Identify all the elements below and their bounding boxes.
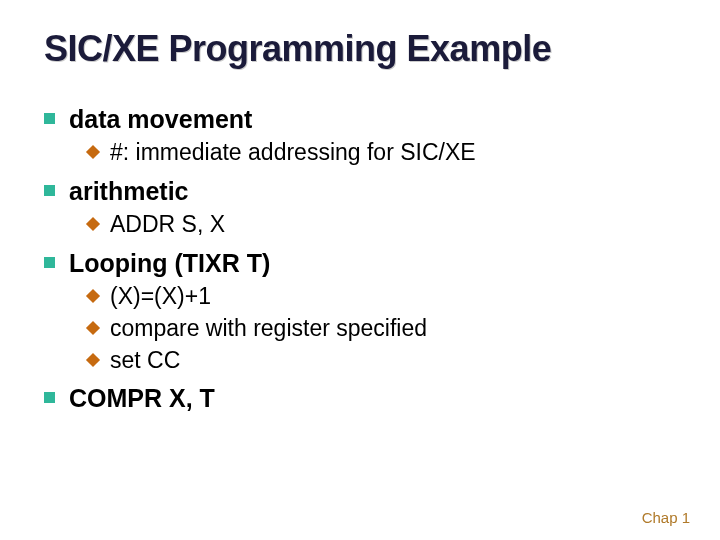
bullet-list: data movement #: immediate addressing fo…: [44, 104, 676, 413]
sublist-text: (X)=(X)+1: [110, 282, 211, 312]
diamond-bullet-icon: [86, 217, 100, 231]
list-row: arithmetic: [44, 176, 676, 206]
list-label: COMPR X, T: [69, 383, 215, 413]
diamond-bullet-icon: [86, 321, 100, 335]
diamond-bullet-icon: [86, 289, 100, 303]
slide-title: SIC/XE Programming Example: [44, 28, 676, 70]
list-item: Looping (TIXR T) (X)=(X)+1 compare with …: [44, 248, 676, 376]
list-item: COMPR X, T: [44, 383, 676, 413]
list-row: Looping (TIXR T): [44, 248, 676, 278]
sublist-item: set CC: [88, 346, 676, 376]
list-label: Looping (TIXR T): [69, 248, 270, 278]
sublist: (X)=(X)+1 compare with register specifie…: [88, 282, 676, 376]
sublist-text: compare with register specified: [110, 314, 427, 344]
square-bullet-icon: [44, 392, 55, 403]
square-bullet-icon: [44, 185, 55, 196]
slide: SIC/XE Programming Example data movement…: [0, 0, 720, 540]
footer-label: Chap 1: [642, 509, 690, 526]
list-label: data movement: [69, 104, 252, 134]
list-item: arithmetic ADDR S, X: [44, 176, 676, 240]
list-label: arithmetic: [69, 176, 188, 206]
sublist-item: #: immediate addressing for SIC/XE: [88, 138, 676, 168]
sublist: #: immediate addressing for SIC/XE: [88, 138, 676, 168]
diamond-bullet-icon: [86, 352, 100, 366]
sublist-text: #: immediate addressing for SIC/XE: [110, 138, 476, 168]
sublist-text: set CC: [110, 346, 180, 376]
sublist-item: ADDR S, X: [88, 210, 676, 240]
sublist: ADDR S, X: [88, 210, 676, 240]
diamond-bullet-icon: [86, 145, 100, 159]
sublist-item: compare with register specified: [88, 314, 676, 344]
list-row: data movement: [44, 104, 676, 134]
sublist-item: (X)=(X)+1: [88, 282, 676, 312]
list-row: COMPR X, T: [44, 383, 676, 413]
square-bullet-icon: [44, 113, 55, 124]
list-item: data movement #: immediate addressing fo…: [44, 104, 676, 168]
sublist-text: ADDR S, X: [110, 210, 225, 240]
square-bullet-icon: [44, 257, 55, 268]
